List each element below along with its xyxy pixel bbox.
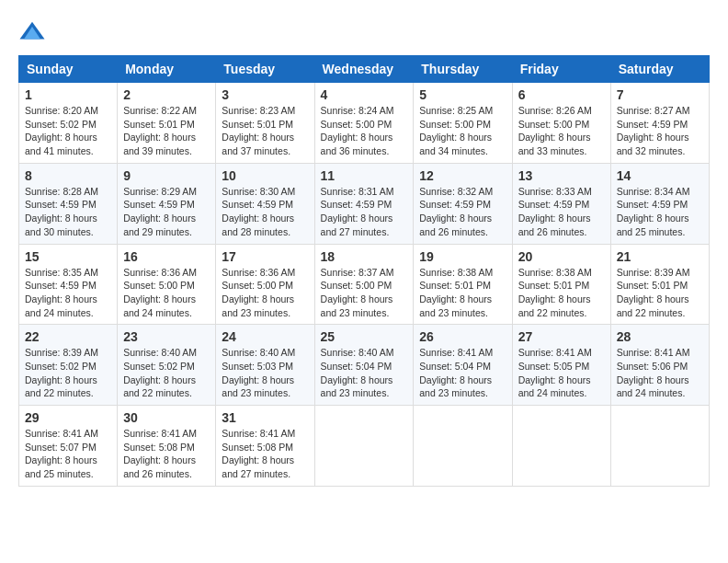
calendar-cell: 20 Sunrise: 8:38 AMSunset: 5:01 PMDaylig… [512,244,610,325]
calendar-cell: 14 Sunrise: 8:34 AMSunset: 4:59 PMDaylig… [610,163,709,244]
day-info: Sunrise: 8:25 AMSunset: 5:00 PMDaylight:… [419,104,506,158]
calendar-cell: 30 Sunrise: 8:41 AMSunset: 5:08 PMDaylig… [118,406,216,487]
day-info: Sunrise: 8:36 AMSunset: 5:00 PMDaylight:… [123,266,210,320]
day-info: Sunrise: 8:41 AMSunset: 5:05 PMDaylight:… [518,346,605,400]
day-number: 2 [123,87,210,102]
day-info: Sunrise: 8:32 AMSunset: 4:59 PMDaylight:… [419,185,506,239]
day-info: Sunrise: 8:38 AMSunset: 5:01 PMDaylight:… [419,266,506,320]
day-number: 23 [123,329,210,344]
calendar-cell: 4 Sunrise: 8:24 AMSunset: 5:00 PMDayligh… [314,83,414,164]
day-number: 25 [321,329,408,344]
day-number: 29 [25,410,111,425]
calendar-cell [314,406,414,487]
day-info: Sunrise: 8:40 AMSunset: 5:03 PMDaylight:… [222,346,308,400]
day-info: Sunrise: 8:41 AMSunset: 5:08 PMDaylight:… [123,427,210,481]
day-number: 31 [222,410,308,425]
day-number: 1 [25,87,111,102]
day-number: 4 [321,87,408,102]
day-number: 13 [518,168,605,183]
day-info: Sunrise: 8:40 AMSunset: 5:04 PMDaylight:… [321,346,408,400]
day-number: 12 [419,168,506,183]
calendar-cell: 24 Sunrise: 8:40 AMSunset: 5:03 PMDaylig… [216,325,314,406]
calendar-cell: 19 Sunrise: 8:38 AMSunset: 5:01 PMDaylig… [414,244,512,325]
day-number: 18 [321,249,408,264]
calendar-cell: 13 Sunrise: 8:33 AMSunset: 4:59 PMDaylig… [512,163,610,244]
calendar-cell: 25 Sunrise: 8:40 AMSunset: 5:04 PMDaylig… [314,325,414,406]
day-number: 8 [25,168,111,183]
day-number: 11 [321,168,408,183]
day-number: 3 [222,87,308,102]
day-info: Sunrise: 8:34 AMSunset: 4:59 PMDaylight:… [617,185,703,239]
day-info: Sunrise: 8:31 AMSunset: 4:59 PMDaylight:… [321,185,408,239]
calendar-cell: 29 Sunrise: 8:41 AMSunset: 5:07 PMDaylig… [19,406,118,487]
day-number: 5 [419,87,506,102]
calendar-cell: 12 Sunrise: 8:32 AMSunset: 4:59 PMDaylig… [414,163,512,244]
day-number: 9 [123,168,210,183]
day-header-sunday: Sunday [19,56,118,83]
day-number: 14 [617,168,703,183]
calendar-cell: 16 Sunrise: 8:36 AMSunset: 5:00 PMDaylig… [118,244,216,325]
day-info: Sunrise: 8:41 AMSunset: 5:07 PMDaylight:… [25,427,111,481]
calendar-cell: 23 Sunrise: 8:40 AMSunset: 5:02 PMDaylig… [118,325,216,406]
day-number: 17 [222,249,308,264]
calendar-cell: 31 Sunrise: 8:41 AMSunset: 5:08 PMDaylig… [216,406,314,487]
day-info: Sunrise: 8:22 AMSunset: 5:01 PMDaylight:… [123,104,210,158]
calendar-cell: 2 Sunrise: 8:22 AMSunset: 5:01 PMDayligh… [118,83,216,164]
calendar-table: SundayMondayTuesdayWednesdayThursdayFrid… [18,55,710,487]
day-info: Sunrise: 8:23 AMSunset: 5:01 PMDaylight:… [222,104,308,158]
day-number: 10 [222,168,308,183]
day-info: Sunrise: 8:36 AMSunset: 5:00 PMDaylight:… [222,266,308,320]
calendar-week-row: 1 Sunrise: 8:20 AMSunset: 5:02 PMDayligh… [19,83,710,164]
calendar-cell: 21 Sunrise: 8:39 AMSunset: 5:01 PMDaylig… [610,244,709,325]
day-header-tuesday: Tuesday [216,56,314,83]
day-number: 21 [617,249,703,264]
day-number: 7 [617,87,703,102]
calendar-cell: 9 Sunrise: 8:29 AMSunset: 4:59 PMDayligh… [118,163,216,244]
day-info: Sunrise: 8:38 AMSunset: 5:01 PMDaylight:… [518,266,605,320]
calendar-cell: 10 Sunrise: 8:30 AMSunset: 4:59 PMDaylig… [216,163,314,244]
day-number: 15 [25,249,111,264]
day-header-saturday: Saturday [610,56,709,83]
calendar-week-row: 22 Sunrise: 8:39 AMSunset: 5:02 PMDaylig… [19,325,710,406]
calendar-cell: 28 Sunrise: 8:41 AMSunset: 5:06 PMDaylig… [610,325,709,406]
day-number: 27 [518,329,605,344]
calendar-cell: 18 Sunrise: 8:37 AMSunset: 5:00 PMDaylig… [314,244,414,325]
logo-icon [18,18,46,46]
calendar-cell: 3 Sunrise: 8:23 AMSunset: 5:01 PMDayligh… [216,83,314,164]
calendar-cell: 22 Sunrise: 8:39 AMSunset: 5:02 PMDaylig… [19,325,118,406]
day-info: Sunrise: 8:24 AMSunset: 5:00 PMDaylight:… [321,104,408,158]
day-info: Sunrise: 8:33 AMSunset: 4:59 PMDaylight:… [518,185,605,239]
day-number: 20 [518,249,605,264]
calendar-cell: 7 Sunrise: 8:27 AMSunset: 4:59 PMDayligh… [610,83,709,164]
header [18,18,710,46]
calendar-cell: 15 Sunrise: 8:35 AMSunset: 4:59 PMDaylig… [19,244,118,325]
calendar-cell: 26 Sunrise: 8:41 AMSunset: 5:04 PMDaylig… [414,325,512,406]
calendar-cell: 1 Sunrise: 8:20 AMSunset: 5:02 PMDayligh… [19,83,118,164]
day-number: 16 [123,249,210,264]
day-info: Sunrise: 8:35 AMSunset: 4:59 PMDaylight:… [25,266,111,320]
day-info: Sunrise: 8:41 AMSunset: 5:08 PMDaylight:… [222,427,308,481]
day-info: Sunrise: 8:30 AMSunset: 4:59 PMDaylight:… [222,185,308,239]
day-number: 28 [617,329,703,344]
day-info: Sunrise: 8:41 AMSunset: 5:06 PMDaylight:… [617,346,703,400]
day-header-wednesday: Wednesday [314,56,414,83]
calendar-cell [414,406,512,487]
day-info: Sunrise: 8:28 AMSunset: 4:59 PMDaylight:… [25,185,111,239]
day-number: 6 [518,87,605,102]
day-number: 19 [419,249,506,264]
calendar-header-row: SundayMondayTuesdayWednesdayThursdayFrid… [19,56,710,83]
day-number: 22 [25,329,111,344]
calendar-cell: 8 Sunrise: 8:28 AMSunset: 4:59 PMDayligh… [19,163,118,244]
day-number: 26 [419,329,506,344]
day-header-thursday: Thursday [414,56,512,83]
day-number: 24 [222,329,308,344]
day-header-monday: Monday [118,56,216,83]
day-info: Sunrise: 8:37 AMSunset: 5:00 PMDaylight:… [321,266,408,320]
day-header-friday: Friday [512,56,610,83]
calendar-cell [512,406,610,487]
calendar-cell: 11 Sunrise: 8:31 AMSunset: 4:59 PMDaylig… [314,163,414,244]
day-info: Sunrise: 8:39 AMSunset: 5:02 PMDaylight:… [25,346,111,400]
day-number: 30 [123,410,210,425]
calendar-cell: 5 Sunrise: 8:25 AMSunset: 5:00 PMDayligh… [414,83,512,164]
logo [18,18,50,46]
